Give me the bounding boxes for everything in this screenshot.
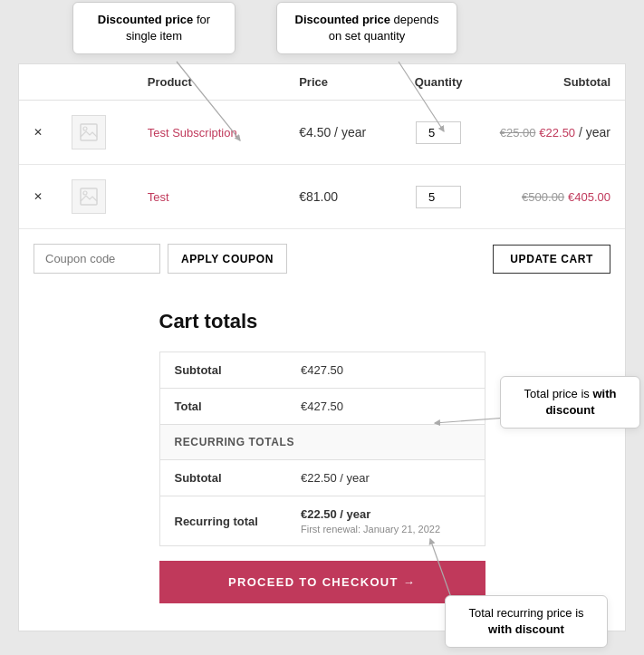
total-row: Total €427.50 [159, 389, 485, 425]
remove-item-1[interactable]: ✕ [19, 101, 57, 165]
tooltip-total-discount: Total price is with discount [500, 376, 640, 429]
recurring-header-label: Recurring totals [159, 425, 485, 460]
price-1: €4.50 / year [284, 101, 399, 165]
quantity-2[interactable] [399, 165, 479, 229]
table-row: ✕ Test Subscription €4.50 / year [19, 101, 625, 165]
recurring-subtotal-row: Subtotal €22.50 / year [159, 460, 485, 496]
coupon-row: APPLY COUPON UPDATE CART [19, 229, 625, 288]
recurring-subtotal-value: €22.50 / year [286, 460, 485, 496]
renewal-note: First renewal: January 21, 2022 [301, 524, 470, 535]
qty-input-2[interactable] [416, 186, 461, 208]
cart-totals-heading: Cart totals [159, 310, 485, 333]
total-label: Total [159, 389, 286, 425]
tooltip-recurring-discount: Total recurring price is with discount [445, 595, 608, 648]
tooltip-discounted-quantity: Discounted price depends on set quantity [276, 2, 457, 54]
coupon-input[interactable] [34, 244, 160, 274]
qty-input-1[interactable] [416, 121, 461, 144]
product-link-2[interactable]: Test [148, 190, 169, 204]
svg-point-7 [83, 191, 87, 195]
tooltip-4-bold: with discount [488, 622, 564, 636]
quantity-1[interactable] [399, 101, 479, 165]
price-2: €81.00 [284, 165, 399, 229]
product-name-1: Test Subscription [133, 101, 284, 165]
total-value: €427.50 [286, 389, 485, 425]
col-quantity: Quantity [399, 64, 479, 101]
tooltip-2-bold: Discounted price [295, 13, 390, 26]
product-name-2: Test [133, 165, 284, 229]
tooltip-discounted-single: Discounted price for single item [72, 2, 235, 54]
cart-totals: Cart totals Subtotal €427.50 Total €427.… [132, 288, 513, 631]
tooltip-4-text: Total recurring price is [468, 606, 583, 620]
subtotal-row: Subtotal €427.50 [159, 352, 485, 389]
recurring-subtotal-label: Subtotal [159, 460, 286, 496]
svg-point-5 [83, 127, 87, 130]
col-price: Price [284, 64, 399, 101]
coupon-section: APPLY COUPON [34, 244, 287, 274]
remove-item-2[interactable]: ✕ [19, 165, 57, 229]
tooltip-3-text: Total price is [524, 387, 593, 400]
cart-page: Product Price Quantity Subtotal ✕ [18, 63, 626, 631]
product-thumb-2 [57, 165, 133, 229]
table-row: ✕ Test €81.00 [19, 165, 625, 229]
cart-table: Product Price Quantity Subtotal ✕ [19, 64, 625, 229]
col-product: Product [133, 64, 284, 101]
subtotal-value: €427.50 [286, 352, 485, 389]
subtotal-2: €500.00 €405.00 [478, 165, 625, 229]
recurring-total-row: Recurring total €22.50 / year First rene… [159, 496, 485, 546]
recurring-total-label: Recurring total [159, 496, 286, 546]
svg-rect-6 [81, 188, 97, 205]
tooltip-1-bold: Discounted price [98, 13, 193, 26]
totals-table: Subtotal €427.50 Total €427.50 Recurring… [159, 352, 485, 546]
checkout-button[interactable]: PROCEED TO CHECKOUT → [159, 561, 485, 603]
recurring-header-row: Recurring totals [159, 425, 485, 460]
product-link-1[interactable]: Test Subscription [148, 126, 237, 140]
update-cart-button[interactable]: UPDATE CART [493, 245, 610, 274]
subtotal-1: €25.00 €22.50 / year [478, 101, 625, 165]
apply-coupon-button[interactable]: APPLY COUPON [168, 244, 287, 274]
product-thumb-1 [57, 101, 133, 165]
col-subtotal: Subtotal [478, 64, 625, 101]
recurring-total-value: €22.50 / year First renewal: January 21,… [286, 496, 485, 546]
svg-rect-4 [81, 124, 97, 140]
subtotal-label: Subtotal [159, 352, 286, 389]
